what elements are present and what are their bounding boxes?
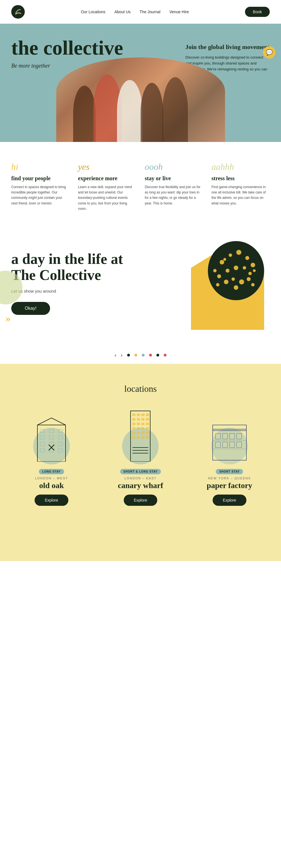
nav-links: Our Locations About Us The Journal Venue… <box>81 9 189 14</box>
carousel-navigation: ‹ › <box>0 347 281 364</box>
locations-section: locations <box>0 364 281 561</box>
svg-rect-55 <box>146 427 149 430</box>
carousel-dot-3[interactable] <box>149 354 152 356</box>
svg-point-14 <box>239 279 244 284</box>
svg-rect-59 <box>146 432 149 434</box>
svg-rect-52 <box>133 427 135 430</box>
logo[interactable] <box>11 5 25 19</box>
svg-rect-26 <box>49 429 54 433</box>
carousel-dot-2[interactable] <box>142 354 145 356</box>
book-button[interactable]: Book <box>245 7 270 17</box>
svg-rect-27 <box>59 429 63 433</box>
svg-rect-29 <box>49 436 54 439</box>
locations-grid: LONG STAY LONDON – WEST old oak Explore <box>11 408 270 506</box>
feature-word-hi: hi <box>11 162 69 172</box>
paper-factory-name: paper factory <box>207 481 252 490</box>
locations-title: locations <box>11 383 270 394</box>
svg-point-20 <box>253 269 256 272</box>
feature-desc-1: Learn a new skill, expand your mind and … <box>78 184 136 212</box>
feature-word-aahhh: aahhh <box>212 162 270 172</box>
canary-wharf-explore[interactable]: Explore <box>124 495 157 506</box>
svg-rect-70 <box>222 433 227 439</box>
day-section: » a day in the life at The Collective Le… <box>0 228 281 347</box>
svg-rect-73 <box>215 442 220 447</box>
carousel-prev[interactable]: ‹ <box>115 352 116 358</box>
svg-point-17 <box>216 283 219 286</box>
svg-point-15 <box>247 277 251 281</box>
svg-rect-56 <box>133 432 135 434</box>
nav-about-us[interactable]: About Us <box>114 9 131 14</box>
paper-factory-explore[interactable]: Explore <box>213 495 246 506</box>
svg-rect-22 <box>37 425 66 462</box>
hero-title: the collective <box>11 38 174 58</box>
paper-factory-badge: SHORT STAY <box>216 469 243 474</box>
svg-rect-57 <box>137 432 140 434</box>
svg-rect-61 <box>137 436 140 438</box>
building-svg-2 <box>211 418 248 462</box>
svg-rect-68 <box>213 425 246 431</box>
carousel-dot-1[interactable] <box>135 354 137 356</box>
carousel-next[interactable]: › <box>121 352 122 358</box>
feature-title-1: experience more <box>78 175 136 182</box>
old-oak-explore[interactable]: Explore <box>35 495 68 506</box>
svg-point-10 <box>243 266 246 270</box>
hero-tagline: Join the global living movement <box>185 43 270 51</box>
svg-rect-42 <box>141 414 144 416</box>
svg-rect-30 <box>59 436 63 439</box>
svg-point-4 <box>236 250 241 255</box>
svg-rect-62 <box>141 436 144 438</box>
svg-rect-58 <box>141 432 144 434</box>
feature-title-2: stay or live <box>145 175 203 182</box>
day-title: a day in the life at The Collective <box>11 251 146 283</box>
svg-point-12 <box>224 280 229 284</box>
svg-point-6 <box>251 263 255 267</box>
svg-rect-54 <box>141 427 144 430</box>
svg-line-23 <box>37 418 51 425</box>
svg-line-24 <box>51 418 66 425</box>
nav-the-journal[interactable]: The Journal <box>140 9 160 14</box>
feature-desc-3: Find game-changing convenience in one al… <box>212 184 270 206</box>
canary-wharf-name: canary wharf <box>118 481 163 490</box>
location-old-oak: LONG STAY LONDON – WEST old oak Explore <box>11 414 92 506</box>
carousel-dot-5[interactable] <box>164 354 167 356</box>
carousel-dot-0[interactable] <box>127 354 130 356</box>
svg-point-9 <box>234 266 238 270</box>
svg-rect-45 <box>137 418 140 421</box>
canary-wharf-badge: SHORT & LONG STAY <box>120 469 161 474</box>
svg-point-21 <box>213 269 217 272</box>
day-illustration <box>185 240 270 335</box>
canary-wharf-illustration <box>118 408 163 464</box>
svg-rect-44 <box>133 418 135 421</box>
svg-rect-69 <box>215 433 220 439</box>
svg-point-8 <box>225 269 230 273</box>
svg-point-7 <box>248 272 252 275</box>
okay-button[interactable]: Okay! <box>11 302 50 315</box>
svg-point-3 <box>229 253 232 257</box>
svg-rect-40 <box>133 414 135 416</box>
svg-rect-31 <box>40 442 44 445</box>
tree-blob <box>205 240 267 302</box>
svg-rect-76 <box>237 442 242 447</box>
svg-point-16 <box>251 283 254 286</box>
paper-factory-region: NEW YORK – QUEENS <box>208 476 251 480</box>
feature-title-3: stress less <box>212 175 270 182</box>
feature-title-0: find your people <box>11 175 69 182</box>
building-svg-0 <box>35 416 68 462</box>
svg-point-5 <box>245 256 249 260</box>
svg-rect-71 <box>230 433 235 439</box>
features-section: hi find your people Connect in spaces de… <box>0 142 281 228</box>
location-paper-factory: SHORT STAY NEW YORK – QUEENS paper facto… <box>189 414 270 506</box>
feature-desc-0: Connect in spaces designed to bring incr… <box>11 184 69 206</box>
carousel-dot-4[interactable] <box>156 354 159 356</box>
arrows-decoration: » <box>6 312 11 324</box>
svg-rect-25 <box>40 429 44 433</box>
svg-point-19 <box>223 258 226 261</box>
feature-stay-live: oooh stay or live Discover true flexibil… <box>145 162 203 212</box>
chat-icon[interactable]: 💬 <box>263 46 275 59</box>
nav-venue-hire[interactable]: Venue Hire <box>169 9 189 14</box>
svg-rect-48 <box>133 423 135 425</box>
svg-rect-75 <box>230 442 235 447</box>
nav-our-locations[interactable]: Our Locations <box>81 9 105 14</box>
svg-rect-33 <box>59 442 63 445</box>
svg-rect-43 <box>146 414 149 416</box>
